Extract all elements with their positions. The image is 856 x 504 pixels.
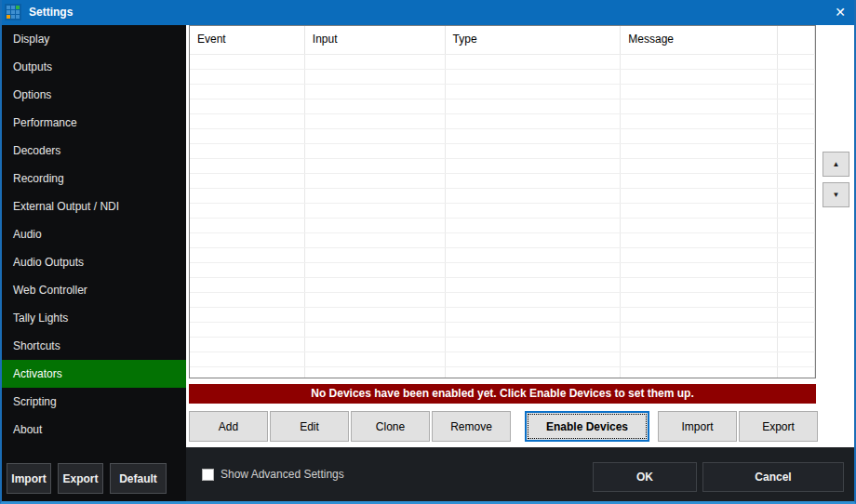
- table-cell: [446, 367, 622, 378]
- table-row[interactable]: [190, 233, 815, 248]
- table-row[interactable]: [190, 144, 815, 159]
- table-cell: [621, 323, 778, 337]
- table-row[interactable]: [190, 174, 815, 189]
- table-row[interactable]: [190, 114, 815, 129]
- sidebar-item-recording[interactable]: Recording: [2, 165, 186, 192]
- table-cell: [305, 70, 446, 84]
- table-cell: [190, 293, 305, 307]
- table-row[interactable]: [190, 85, 815, 99]
- icon-square: [11, 15, 15, 19]
- table-cell: [446, 293, 622, 307]
- table-row[interactable]: [190, 55, 815, 70]
- sidebar-import-button[interactable]: Import: [7, 463, 51, 494]
- sidebar-list: DisplayOutputsOptionsPerformanceDecoders…: [2, 25, 186, 444]
- table-row[interactable]: [190, 278, 815, 293]
- table-row[interactable]: [190, 204, 815, 219]
- table-cell: [446, 338, 622, 351]
- table-cell: [305, 85, 446, 99]
- table-row[interactable]: [190, 129, 815, 144]
- up-arrow-icon: ▲: [833, 160, 840, 168]
- table-row[interactable]: [190, 219, 815, 233]
- sidebar-item-decoders[interactable]: Decoders: [2, 137, 186, 165]
- show-advanced-settings-label[interactable]: Show Advanced Settings: [221, 468, 344, 481]
- sidebar-item-tally-lights[interactable]: Tally Lights: [2, 304, 186, 332]
- titlebar[interactable]: Settings ✕: [0, 0, 856, 25]
- table-cell: [778, 219, 815, 232]
- table-cell: [190, 233, 305, 247]
- action-button-import[interactable]: Import: [658, 411, 737, 442]
- table-cell: [778, 55, 815, 69]
- table-cell: [305, 219, 446, 232]
- enable-devices-button[interactable]: Enable Devices: [525, 411, 649, 442]
- sidebar-item-web-controller[interactable]: Web Controller: [2, 276, 186, 304]
- icon-square: [16, 15, 20, 19]
- table-row[interactable]: [190, 189, 815, 204]
- sidebar-default-button[interactable]: Default: [110, 463, 167, 494]
- table-row[interactable]: [190, 293, 815, 308]
- cancel-button[interactable]: Cancel: [702, 462, 844, 492]
- column-header-input[interactable]: Input: [305, 26, 446, 54]
- action-button-row: AddEditCloneRemoveEnable DevicesImportEx…: [189, 411, 820, 442]
- show-advanced-settings-checkbox[interactable]: [202, 469, 214, 481]
- table-cell: [621, 278, 778, 292]
- column-header-message[interactable]: Message: [621, 26, 778, 54]
- table-row[interactable]: [190, 159, 815, 174]
- table-cell: [778, 278, 815, 292]
- sidebar-item-outputs[interactable]: Outputs: [2, 53, 186, 81]
- table-row[interactable]: [190, 308, 815, 323]
- action-button-remove[interactable]: Remove: [432, 411, 511, 442]
- sidebar-item-shortcuts[interactable]: Shortcuts: [2, 332, 186, 360]
- icon-square: [16, 6, 20, 9]
- table-cell: [778, 233, 815, 247]
- table-cell: [621, 129, 778, 143]
- action-button-edit[interactable]: Edit: [270, 411, 349, 442]
- table-row[interactable]: [190, 338, 815, 352]
- sidebar-item-activators[interactable]: Activators: [2, 360, 186, 388]
- sidebar-item-audio[interactable]: Audio: [2, 220, 186, 248]
- column-header-event[interactable]: Event: [190, 26, 305, 54]
- sidebar-item-display[interactable]: Display: [2, 25, 186, 53]
- table-cell: [305, 308, 446, 322]
- table-row[interactable]: [190, 352, 815, 367]
- table-row[interactable]: [190, 248, 815, 263]
- table-row[interactable]: [190, 99, 815, 114]
- table-cell: [778, 159, 815, 173]
- column-header-type[interactable]: Type: [446, 26, 622, 54]
- table-cell: [446, 129, 622, 143]
- table-cell: [305, 338, 446, 351]
- close-icon[interactable]: ✕: [831, 0, 849, 25]
- table-cell: [778, 367, 815, 378]
- table-cell: [621, 338, 778, 351]
- sidebar-item-performance[interactable]: Performance: [2, 109, 186, 137]
- move-down-button[interactable]: ▼: [823, 182, 849, 207]
- sidebar-item-scripting[interactable]: Scripting: [2, 388, 186, 416]
- sidebar-export-button[interactable]: Export: [58, 463, 103, 494]
- table-cell: [305, 174, 446, 188]
- table-cell: [621, 159, 778, 173]
- table-cell: [621, 174, 778, 188]
- move-up-button[interactable]: ▲: [823, 152, 849, 177]
- column-header-spacer[interactable]: [778, 26, 815, 54]
- sidebar-item-audio-outputs[interactable]: Audio Outputs: [2, 248, 186, 276]
- action-button-export[interactable]: Export: [739, 411, 818, 442]
- sidebar-item-options[interactable]: Options: [2, 81, 186, 109]
- table-cell: [621, 352, 778, 366]
- table-cell: [446, 159, 622, 173]
- table-row[interactable]: [190, 367, 815, 378]
- no-devices-warning-banner: No Devices have been enabled yet. Click …: [189, 384, 816, 404]
- table-cell: [778, 114, 815, 128]
- action-button-add[interactable]: Add: [189, 411, 268, 442]
- table-cell: [446, 85, 622, 99]
- table-row[interactable]: [190, 70, 815, 85]
- action-button-clone[interactable]: Clone: [351, 411, 430, 442]
- table-cell: [190, 129, 305, 143]
- sidebar-item-external-output-ndi[interactable]: External Output / NDI: [2, 192, 186, 220]
- table-cell: [190, 159, 305, 173]
- sidebar-item-about[interactable]: About: [2, 416, 186, 444]
- table-row[interactable]: [190, 263, 815, 278]
- table-row[interactable]: [190, 323, 815, 338]
- table-cell: [305, 114, 446, 128]
- table-cell: [305, 189, 446, 203]
- ok-button[interactable]: OK: [593, 462, 697, 492]
- table-cell: [446, 278, 622, 292]
